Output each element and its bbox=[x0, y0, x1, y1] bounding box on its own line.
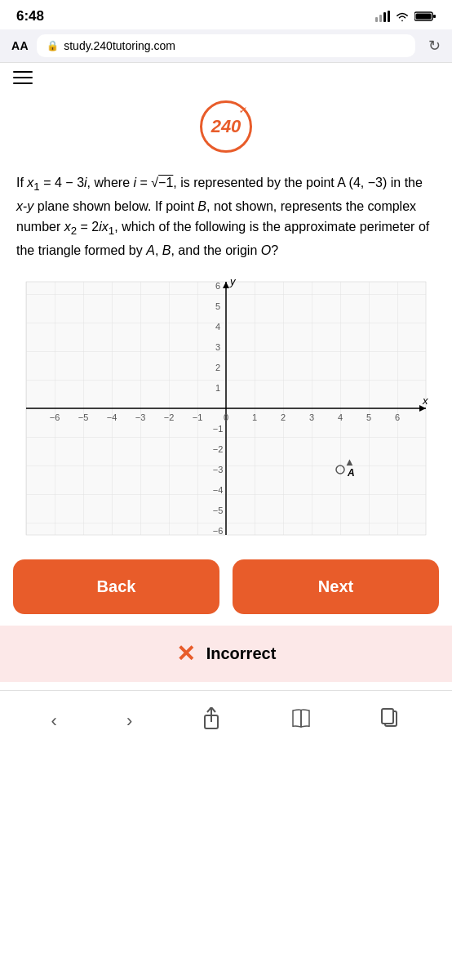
browser-url-bar[interactable]: 🔒 study.240tutoring.com bbox=[37, 34, 415, 57]
share-button[interactable] bbox=[190, 702, 233, 740]
svg-rect-5 bbox=[433, 15, 436, 18]
svg-text:3: 3 bbox=[309, 412, 314, 422]
logo-circle: 240 ✓ bbox=[200, 100, 252, 153]
x-icon: ✕ bbox=[176, 640, 195, 667]
hamburger-line-3 bbox=[13, 82, 33, 84]
logo-container: 240 ✓ bbox=[0, 92, 452, 164]
svg-text:x: x bbox=[422, 394, 428, 407]
svg-text:1: 1 bbox=[252, 412, 257, 422]
svg-text:3: 3 bbox=[215, 342, 220, 352]
battery-icon bbox=[414, 11, 436, 22]
svg-rect-6 bbox=[416, 14, 432, 20]
svg-rect-3 bbox=[388, 11, 390, 22]
svg-text:4: 4 bbox=[338, 412, 343, 422]
bottom-nav: ‹ › bbox=[0, 690, 452, 756]
svg-text:−1: −1 bbox=[193, 412, 203, 422]
svg-text:5: 5 bbox=[215, 301, 220, 311]
svg-text:A: A bbox=[347, 467, 355, 479]
svg-text:−6: −6 bbox=[213, 526, 224, 536]
svg-rect-2 bbox=[383, 12, 386, 22]
back-button[interactable]: Back bbox=[13, 559, 219, 614]
svg-text:−1: −1 bbox=[213, 424, 224, 434]
logo-text: 240 bbox=[211, 116, 242, 137]
book-icon bbox=[290, 709, 312, 728]
share-icon bbox=[202, 707, 221, 730]
hamburger-menu[interactable] bbox=[0, 63, 452, 92]
svg-text:−5: −5 bbox=[78, 412, 89, 422]
graph-container: −6 −5 −4 −3 −2 −1 0 1 2 3 4 5 6 6 5 4 3 … bbox=[0, 274, 452, 543]
svg-text:2: 2 bbox=[215, 363, 220, 372]
svg-text:6: 6 bbox=[215, 281, 220, 291]
browser-aa-label[interactable]: AA bbox=[11, 39, 29, 52]
forward-nav-button[interactable]: › bbox=[115, 706, 144, 737]
var-x2: x2 = 2ix1 bbox=[64, 220, 115, 234]
svg-text:−5: −5 bbox=[213, 506, 224, 515]
next-button[interactable]: Next bbox=[233, 559, 439, 614]
status-icons bbox=[375, 11, 436, 22]
copy-button[interactable] bbox=[370, 703, 412, 739]
svg-text:−3: −3 bbox=[135, 412, 146, 422]
incorrect-bar: ✕ Incorrect bbox=[0, 626, 452, 682]
svg-text:6: 6 bbox=[395, 412, 400, 422]
question-text: If x1 = 4 − 3i, where i = √−1, is repres… bbox=[16, 172, 436, 261]
svg-text:−4: −4 bbox=[107, 412, 117, 422]
incorrect-text: Incorrect bbox=[206, 644, 277, 663]
svg-text:−2: −2 bbox=[164, 412, 175, 422]
svg-text:5: 5 bbox=[366, 412, 371, 422]
svg-text:−6: −6 bbox=[50, 412, 60, 422]
status-bar: 6:48 bbox=[0, 0, 452, 29]
svg-text:−4: −4 bbox=[213, 485, 224, 495]
hamburger-line-2 bbox=[13, 77, 33, 78]
svg-text:−2: −2 bbox=[213, 444, 224, 454]
signal-icon bbox=[375, 11, 390, 22]
copy-icon bbox=[381, 708, 401, 729]
var-x1: x1 = 4 − 3i bbox=[27, 176, 86, 189]
svg-rect-1 bbox=[379, 15, 382, 22]
svg-text:−3: −3 bbox=[213, 465, 224, 474]
logo-checkmark: ✓ bbox=[238, 105, 246, 116]
question-content: If x1 = 4 − 3i, where i = √−1, is repres… bbox=[0, 164, 452, 261]
svg-text:4: 4 bbox=[215, 322, 220, 332]
url-text: study.240tutoring.com bbox=[64, 39, 175, 52]
book-button[interactable] bbox=[279, 704, 323, 738]
svg-rect-0 bbox=[375, 17, 378, 22]
lock-icon: 🔒 bbox=[47, 40, 59, 51]
svg-rect-46 bbox=[382, 709, 393, 724]
browser-bar: AA 🔒 study.240tutoring.com ↻ bbox=[0, 29, 452, 63]
wifi-icon bbox=[395, 11, 410, 22]
buttons-row: Back Next bbox=[0, 559, 452, 614]
back-nav-button[interactable]: ‹ bbox=[40, 706, 69, 737]
status-time: 6:48 bbox=[16, 8, 44, 24]
svg-text:▲: ▲ bbox=[344, 456, 355, 468]
hamburger-line-1 bbox=[13, 71, 33, 73]
svg-text:0: 0 bbox=[224, 412, 228, 422]
reload-button[interactable]: ↻ bbox=[428, 37, 441, 55]
svg-text:2: 2 bbox=[281, 412, 286, 422]
coordinate-graph: −6 −5 −4 −3 −2 −1 0 1 2 3 4 5 6 6 5 4 3 … bbox=[18, 274, 434, 543]
svg-text:1: 1 bbox=[215, 383, 220, 393]
